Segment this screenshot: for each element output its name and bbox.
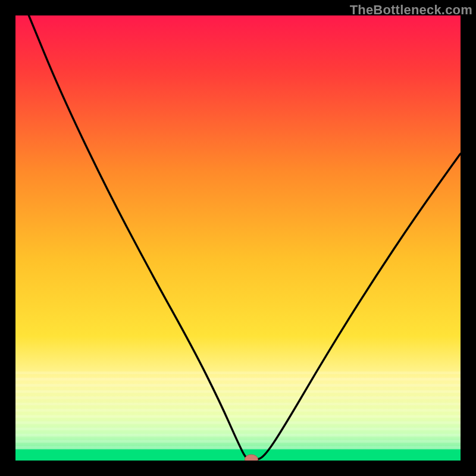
band-stripe <box>15 409 461 411</box>
band-stripe <box>15 378 461 380</box>
band-stripe <box>15 384 461 386</box>
chart-background <box>15 15 461 461</box>
band-stripe <box>15 434 461 436</box>
band-stripe <box>15 428 461 430</box>
watermark-text: TheBottleneck.com <box>350 2 472 18</box>
band-stripe <box>15 415 461 418</box>
band-stripe <box>15 421 461 424</box>
band-stripe <box>15 446 461 449</box>
chart-svg <box>15 15 461 461</box>
green-band <box>15 449 461 461</box>
chart-frame: TheBottleneck.com <box>0 0 476 476</box>
band-stripe <box>15 396 461 399</box>
band-stripe <box>15 403 461 405</box>
band-stripe <box>15 371 461 374</box>
band-stripe <box>15 390 461 393</box>
